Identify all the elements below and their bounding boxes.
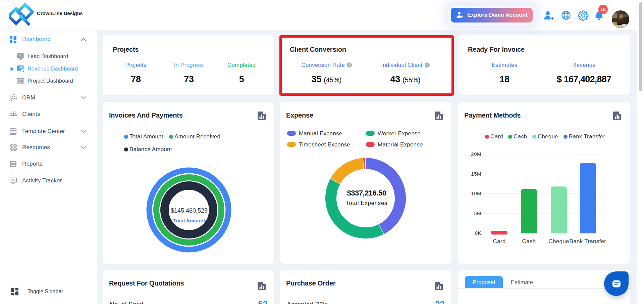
- svg-text:15M: 15M: [471, 171, 481, 177]
- svg-text:Card: Card: [493, 238, 506, 245]
- svg-text:10M: 10M: [471, 190, 481, 196]
- svg-text:Bank Transfer: Bank Transfer: [570, 238, 606, 245]
- svg-text:5M: 5M: [474, 210, 481, 216]
- svg-text:0K: 0K: [475, 230, 481, 236]
- svg-text:$: $: [21, 66, 23, 69]
- svg-text:Cash: Cash: [522, 238, 536, 245]
- svg-text:20M: 20M: [471, 152, 481, 157]
- svg-text:Cheque: Cheque: [548, 238, 569, 245]
